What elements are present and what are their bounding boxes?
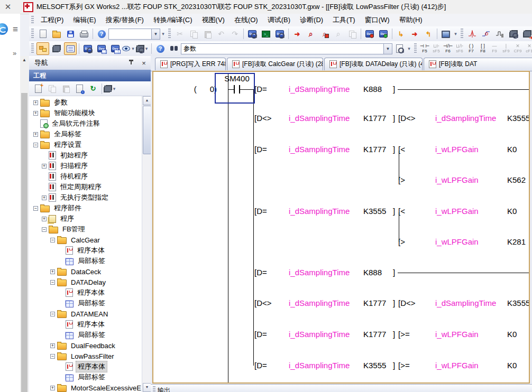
ladder-instruction[interactable]: [D= — [254, 361, 267, 370]
ladder-instruction[interactable]: [>= — [398, 330, 410, 339]
ladder-constant[interactable]: K0 — [507, 330, 517, 339]
ladder-symbol-cF1-button[interactable]: ✕cF1 — [524, 42, 532, 55]
tree-expander-icon[interactable]: + — [42, 217, 47, 221]
tree-expander-icon[interactable]: + — [33, 111, 38, 116]
ladder-symbol-sF5-button[interactable]: ⊔⊦sF5 — [431, 42, 442, 55]
tree-item-MotorScaleExcessiveE[interactable]: +MotorScaleExcessiveE — [50, 382, 142, 392]
verify-with-plc-button[interactable] — [346, 27, 359, 40]
paste-button[interactable] — [201, 27, 214, 40]
tree-expander-icon[interactable]: + — [50, 269, 55, 274]
ladder-bracket-close[interactable]: ] — [393, 207, 395, 216]
tree-item-DATADelay[interactable]: −DATADelay — [50, 277, 107, 287]
menu-item-8[interactable]: 工具(T) — [328, 14, 360, 26]
tree-item-扫描程序[interactable]: +扫描程序 — [42, 161, 89, 171]
tree-expander-icon[interactable]: + — [42, 195, 47, 200]
pin-icon[interactable] — [127, 59, 135, 67]
tree-expander-icon[interactable]: − — [50, 238, 55, 242]
quick-find-combo-arrow-icon[interactable]: ▼ — [151, 29, 160, 39]
menu-item-4[interactable]: 视图(V) — [197, 14, 230, 26]
ladder-constant[interactable]: K0 — [507, 207, 517, 216]
document-tab-1[interactable]: [FB]读取 CalcGear (只读) (285)步 — [227, 58, 323, 70]
monitor-find-2-button[interactable]: ⌕ — [332, 27, 345, 40]
tree-item-程序本体[interactable]: 程序本体 — [59, 319, 106, 330]
module-find-button[interactable] — [507, 27, 520, 40]
write-to-plc-button[interactable]: ➜ — [291, 27, 304, 40]
read-from-plc-button[interactable]: ⌕ — [305, 27, 317, 40]
tree-item-局部标签[interactable]: 局部标签 — [59, 372, 107, 382]
ladder-constant[interactable]: K888 — [363, 268, 382, 277]
ladder-instruction[interactable]: [D= — [254, 207, 267, 216]
ladder-constant[interactable]: K3555 — [507, 298, 530, 308]
ladder-selection-cursor[interactable] — [215, 73, 255, 104]
nav-new-data-button[interactable]: + — [32, 82, 44, 95]
tree-item-初始程序[interactable]: 初始程序 — [42, 150, 89, 161]
find-target-combo-arrow-icon[interactable]: ▼ — [383, 44, 392, 54]
list-view-button[interactable] — [64, 42, 77, 55]
ladder-constant[interactable]: K3555 — [363, 361, 386, 370]
menu-item-6[interactable]: 调试(B) — [263, 14, 295, 26]
ladder-constant[interactable]: K1777 — [363, 298, 386, 308]
pulse-monitor-button[interactable] — [493, 27, 506, 40]
ladder-operand-label[interactable]: i_dSamplingTime — [289, 268, 350, 277]
ladder-bracket-close[interactable]: ] — [393, 85, 395, 94]
device-find-button[interactable]: Dev — [246, 27, 259, 40]
module-search-dropdown-dropdown-icon[interactable]: ▾ — [144, 43, 150, 54]
device-batch-button[interactable]: Dev — [109, 42, 122, 55]
nav-sort-dropdown[interactable]: ▾ — [104, 82, 117, 95]
ladder-constant[interactable]: K0 — [507, 145, 517, 154]
ladder-symbol-CF9-button[interactable]: ✕CF9 — [512, 42, 523, 55]
tree-expander-icon[interactable]: − — [50, 280, 55, 285]
ladder-symbol-F7-button[interactable]: ( )F7 — [466, 42, 476, 55]
ladder-operand-label[interactable]: i_dSamplingTime — [435, 298, 496, 308]
ladder-symbol-F5-button[interactable]: ⊣ ⊢F5 — [419, 42, 430, 55]
device-display-dropdown-dropdown-icon[interactable]: ▾ — [130, 43, 136, 54]
tree-expander-icon[interactable]: + — [33, 100, 38, 105]
ladder-symbol-F8-button[interactable]: [ ]F8 — [478, 42, 488, 55]
menu-item-2[interactable]: 搜索/替换(F) — [101, 14, 149, 26]
ladder-instruction[interactable]: [D= — [254, 330, 267, 339]
tree-expander-icon[interactable]: + — [33, 132, 38, 137]
tree-expander-icon[interactable]: + — [42, 164, 47, 169]
tree-scroll-down-icon[interactable]: ▼ — [143, 383, 151, 392]
tree-item-DualFeedback[interactable]: +DualFeedback — [50, 340, 117, 351]
tree-item-程序部件[interactable]: −程序部件 — [33, 203, 83, 213]
navigation-close-icon[interactable]: × — [139, 59, 149, 67]
ladder-constant[interactable]: K1777 — [363, 330, 386, 339]
menu-item-7[interactable]: 诊断(D) — [295, 14, 328, 26]
ladder-symbol-F6-button[interactable]: ⊣/⊢F6 — [443, 42, 453, 55]
ladder-instruction[interactable]: [> — [398, 237, 405, 247]
ladder-symbol-F9-button[interactable]: —F9 — [489, 42, 500, 55]
external-close-icon[interactable]: ✕ — [0, 2, 16, 12]
ladder-instruction[interactable]: [D= — [254, 145, 267, 154]
ladder-instruction[interactable]: [D= — [254, 85, 267, 94]
document-tab-2[interactable]: [FB]读取 DATADelay (只读) (42... — [324, 58, 423, 70]
ladder-instruction[interactable]: [D= — [254, 268, 267, 277]
tree-scroll-thumb[interactable] — [143, 106, 151, 154]
jump-previous-button[interactable]: ↳ — [395, 27, 407, 40]
nav-property-button[interactable]: i — [73, 82, 86, 95]
ladder-constant[interactable]: K562 — [507, 175, 526, 185]
menu-item-0[interactable]: 工程(P) — [36, 14, 68, 26]
write-during-run-button[interactable]: ➜ — [408, 27, 421, 40]
ladder-operand-label[interactable]: i_wLPFGain — [435, 207, 479, 216]
tree-item-局部标签[interactable]: 局部标签 — [59, 330, 107, 340]
ladder-operand-label[interactable]: i_dSamplingTime — [289, 145, 350, 154]
tree-item-无执行类型指定[interactable]: +无执行类型指定 — [42, 192, 110, 203]
menu-item-5[interactable]: 在线(O) — [230, 14, 263, 26]
tree-expander-icon[interactable]: − — [50, 312, 55, 316]
tree-item-局部标签[interactable]: 局部标签 — [59, 298, 107, 309]
jump-next-button[interactable]: ↰ — [422, 27, 435, 40]
ladder-instruction[interactable]: [D<> — [254, 298, 272, 308]
ladder-operand-label[interactable]: i_dSamplingTime — [289, 330, 350, 339]
monitor-stop-button[interactable]: Dev — [377, 27, 390, 40]
tree-item-全局标签[interactable]: +全局标签 — [33, 129, 83, 139]
device-terminal-button[interactable]: >_ — [260, 27, 272, 40]
ladder-bracket-close[interactable]: ] — [393, 114, 395, 123]
tree-item-局部标签[interactable]: 局部标签 — [59, 256, 107, 266]
quick-find-combo[interactable]: ▼ — [108, 29, 160, 40]
ladder-operand-label[interactable]: i_dSamplingTime — [289, 207, 350, 216]
help-button[interactable]: ? — [95, 27, 108, 40]
ladder-constant[interactable]: K0 — [507, 361, 517, 370]
tree-item-DATAMEAN[interactable]: −DATAMEAN — [50, 309, 109, 319]
print-button[interactable] — [78, 27, 90, 40]
